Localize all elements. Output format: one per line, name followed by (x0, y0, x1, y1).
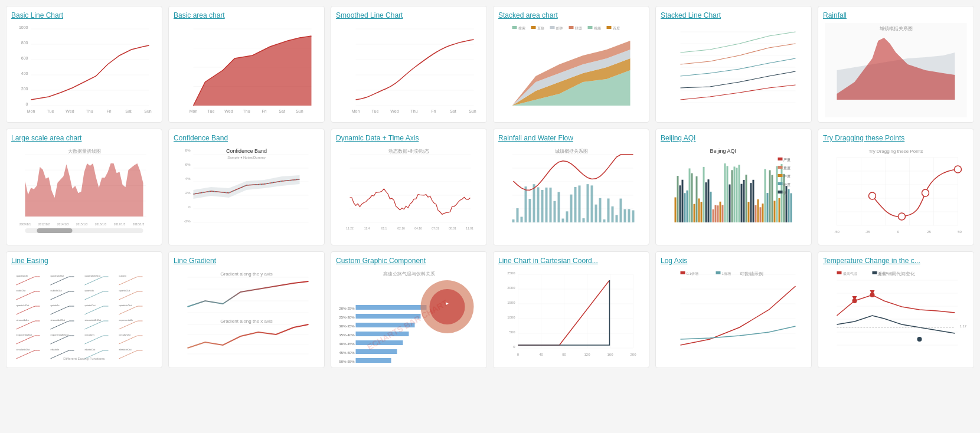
svg-point-225 (899, 213, 906, 220)
svg-rect-54 (607, 26, 612, 29)
svg-text:Beijing AQI: Beijing AQI (710, 148, 737, 154)
card-smoothed-line-chart[interactable]: Smoothed Line ChartMonTueWedThuFriSatSun (331, 6, 487, 123)
card-title-stacked-area-chart[interactable]: Stacked area chart (498, 11, 644, 19)
card-title-stacked-line-chart[interactable]: Stacked Line Chart (661, 11, 806, 19)
svg-rect-145 (632, 210, 635, 222)
svg-text:Thu: Thu (410, 109, 417, 113)
svg-text:最低气温: 最低气温 (878, 272, 893, 275)
card-basic-area-chart[interactable]: Basic area chartMonTueWedThuFriSatSun (168, 6, 325, 123)
svg-rect-158 (696, 176, 698, 222)
svg-point-224 (922, 189, 929, 196)
card-log-axis[interactable]: Log Axis可数轴示例0.1倍增1倍增 (655, 251, 812, 368)
card-title-confidence-band[interactable]: Confidence Band (174, 134, 319, 142)
card-temperature-change[interactable]: Temperature Change in the c...近些一周代间变化最高… (818, 251, 974, 368)
svg-rect-195 (783, 174, 785, 222)
card-beijing-aqi[interactable]: Beijing AQIBeijing AQI严重重度中度轻度优 (655, 129, 812, 245)
card-title-custom-graphic[interactable]: Custom Graphic Component (336, 257, 482, 265)
card-title-large-scale-area-chart[interactable]: Large scale area chart (11, 134, 157, 142)
card-title-basic-area-chart[interactable]: Basic area chart (174, 11, 319, 19)
card-title-rainfall[interactable]: Rainfall (823, 11, 969, 19)
svg-text:Tue: Tue (372, 109, 379, 113)
svg-rect-44 (512, 26, 517, 29)
card-title-try-dragging[interactable]: Try Dragging these Points (823, 134, 969, 142)
svg-rect-166 (715, 205, 717, 222)
chart-area-line-cartesian: 0408012016020005001000150020002500 (498, 268, 644, 363)
chart-area-line-gradient: Gradient along the y axisGradient along … (174, 268, 319, 363)
svg-rect-122 (537, 187, 540, 222)
card-custom-graphic[interactable]: Custom Graphic Component高速公路气温与饮料关系50%-5… (331, 251, 487, 368)
card-stacked-line-chart[interactable]: Stacked Line Chart (655, 6, 812, 123)
svg-rect-176 (739, 165, 740, 222)
svg-text:11:22: 11:22 (346, 227, 354, 230)
card-title-smoothed-line-chart[interactable]: Smoothed Line Chart (336, 11, 482, 19)
svg-rect-164 (710, 192, 712, 222)
svg-rect-129 (566, 211, 569, 222)
card-try-dragging[interactable]: Try Dragging these PointsTry Dragging th… (818, 129, 974, 245)
chart-area-stacked-area-chart: 搜索直接邮件联盟视频百度 (498, 23, 644, 117)
svg-rect-324 (716, 271, 721, 274)
svg-rect-232 (14, 268, 155, 363)
card-large-scale-area-chart[interactable]: Large scale area chart大数据量折线图2009/1/1201… (6, 129, 162, 245)
svg-rect-120 (529, 199, 531, 222)
svg-text:轻度: 轻度 (783, 182, 790, 186)
card-title-line-easing[interactable]: Line Easing (11, 257, 157, 265)
card-title-rainfall-water-flow[interactable]: Rainfall and Water Flow (498, 134, 644, 142)
svg-rect-174 (734, 166, 736, 222)
svg-text:35%-40%: 35%-40% (339, 333, 355, 337)
svg-text:Confidence Band: Confidence Band (226, 148, 267, 154)
card-rainfall-water-flow[interactable]: Rainfall and Water Flow城镇概括关系图 (493, 129, 649, 245)
chart-area-beijing-aqi: Beijing AQI严重重度中度轻度优 (661, 146, 806, 240)
card-line-cartesian[interactable]: Line Chart in Cartesian Coord...04080120… (493, 251, 649, 368)
svg-rect-197 (788, 189, 790, 222)
svg-rect-173 (731, 170, 733, 222)
svg-rect-161 (703, 167, 705, 222)
svg-text:Mon: Mon (352, 109, 360, 113)
card-basic-line-chart[interactable]: Basic Line ChartMonTueWedThuFriSatSun020… (6, 6, 162, 123)
svg-text:45%-50%: 45%-50% (339, 351, 355, 355)
card-title-log-axis[interactable]: Log Axis (661, 257, 806, 265)
svg-text:Mon: Mon (27, 109, 35, 113)
card-title-dynamic-data-time-axis[interactable]: Dynamic Data + Time Axis (336, 134, 482, 142)
svg-rect-130 (570, 195, 573, 222)
svg-rect-207 (778, 191, 783, 193)
svg-text:Fri: Fri (431, 109, 436, 113)
svg-rect-152 (682, 180, 684, 222)
card-title-beijing-aqi[interactable]: Beijing AQI (661, 134, 806, 142)
svg-text:Sat: Sat (125, 109, 132, 113)
svg-text:2000: 2000 (507, 286, 515, 290)
chart-area-try-dragging: Try Dragging these Points-50-2502550 (823, 146, 969, 240)
svg-rect-189 (769, 170, 771, 222)
svg-text:最高气温: 最高气温 (843, 271, 857, 275)
svg-text:exponentialIn: exponentialIn (119, 319, 133, 322)
svg-rect-190 (772, 175, 773, 222)
card-line-easing[interactable]: Line EasingquadraticInquadraticOutquadra… (6, 251, 162, 368)
card-title-line-cartesian[interactable]: Line Chart in Cartesian Coord... (498, 257, 644, 265)
svg-rect-191 (774, 201, 776, 222)
svg-rect-198 (790, 193, 792, 222)
chart-area-basic-area-chart: MonTueWedThuFriSatSun (174, 23, 319, 117)
svg-text:0: 0 (26, 102, 28, 106)
card-title-temperature-change[interactable]: Temperature Change in the c... (823, 257, 969, 265)
svg-point-339 (917, 337, 922, 342)
card-confidence-band[interactable]: Confidence BandConfidence BandSample ♦ N… (168, 129, 325, 245)
svg-text:Thu: Thu (86, 109, 93, 113)
svg-rect-141 (616, 215, 618, 222)
card-title-basic-line-chart[interactable]: Basic Line Chart (11, 11, 157, 19)
svg-rect-126 (554, 201, 556, 222)
card-title-line-gradient[interactable]: Line Gradient (174, 257, 319, 265)
card-rainfall[interactable]: Rainfall城镇概括关系图 (818, 6, 974, 123)
card-line-gradient[interactable]: Line GradientGradient along the y axisGr… (168, 251, 325, 368)
card-stacked-area-chart[interactable]: Stacked area chart搜索直接邮件联盟视频百度 (493, 6, 649, 123)
card-dynamic-data-time-axis[interactable]: Dynamic Data + Time Axis动态数据+时刻动态11:2212… (331, 129, 487, 245)
svg-rect-172 (729, 185, 731, 222)
svg-text:04:16: 04:16 (414, 227, 422, 230)
svg-text:邮件: 邮件 (556, 27, 563, 30)
chart-area-smoothed-line-chart: MonTueWedThuFriSatSun (336, 23, 482, 117)
svg-point-223 (955, 166, 962, 173)
svg-rect-209 (825, 146, 967, 240)
svg-text:Sun: Sun (296, 109, 303, 113)
svg-text:30%-35%: 30%-35% (339, 324, 355, 328)
svg-text:2015/1/3: 2015/1/3 (76, 222, 88, 226)
svg-text:Wed: Wed (66, 109, 74, 113)
svg-text:circularOut: circularOut (119, 333, 131, 336)
